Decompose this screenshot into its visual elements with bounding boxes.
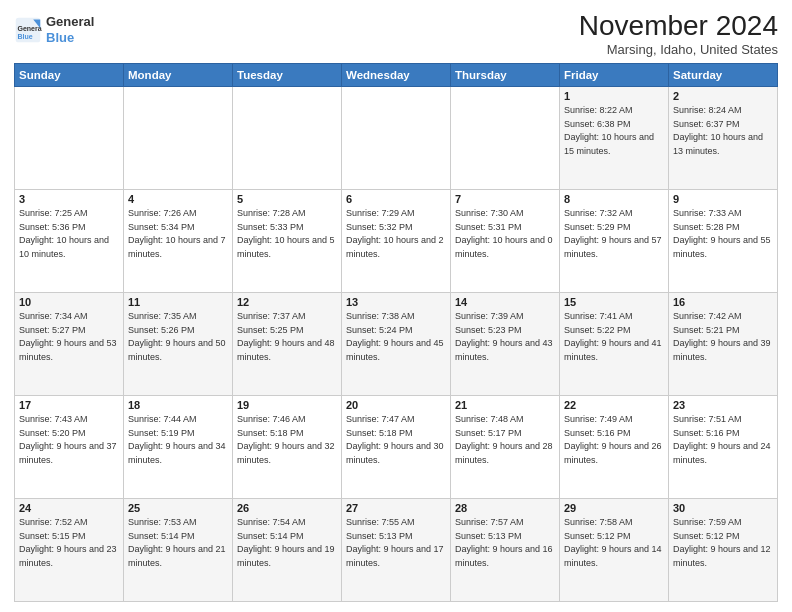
- calendar-cell: 20Sunrise: 7:47 AMSunset: 5:18 PMDayligh…: [342, 396, 451, 499]
- title-block: November 2024 Marsing, Idaho, United Sta…: [579, 10, 778, 57]
- calendar-cell: 19Sunrise: 7:46 AMSunset: 5:18 PMDayligh…: [233, 396, 342, 499]
- day-detail: Sunrise: 7:58 AMSunset: 5:12 PMDaylight:…: [564, 516, 664, 570]
- day-detail: Sunrise: 7:51 AMSunset: 5:16 PMDaylight:…: [673, 413, 773, 467]
- calendar-cell: 3Sunrise: 7:25 AMSunset: 5:36 PMDaylight…: [15, 190, 124, 293]
- weekday-header-row: SundayMondayTuesdayWednesdayThursdayFrid…: [15, 64, 778, 87]
- calendar-cell: 1Sunrise: 8:22 AMSunset: 6:38 PMDaylight…: [560, 87, 669, 190]
- calendar-cell: 27Sunrise: 7:55 AMSunset: 5:13 PMDayligh…: [342, 499, 451, 602]
- day-number: 10: [19, 296, 119, 308]
- calendar-cell: 14Sunrise: 7:39 AMSunset: 5:23 PMDayligh…: [451, 293, 560, 396]
- calendar-cell: 4Sunrise: 7:26 AMSunset: 5:34 PMDaylight…: [124, 190, 233, 293]
- day-detail: Sunrise: 7:38 AMSunset: 5:24 PMDaylight:…: [346, 310, 446, 364]
- day-number: 23: [673, 399, 773, 411]
- day-number: 18: [128, 399, 228, 411]
- weekday-header-friday: Friday: [560, 64, 669, 87]
- day-detail: Sunrise: 7:37 AMSunset: 5:25 PMDaylight:…: [237, 310, 337, 364]
- day-number: 9: [673, 193, 773, 205]
- day-number: 6: [346, 193, 446, 205]
- day-detail: Sunrise: 7:29 AMSunset: 5:32 PMDaylight:…: [346, 207, 446, 261]
- calendar-cell: 13Sunrise: 7:38 AMSunset: 5:24 PMDayligh…: [342, 293, 451, 396]
- day-number: 22: [564, 399, 664, 411]
- day-detail: Sunrise: 7:35 AMSunset: 5:26 PMDaylight:…: [128, 310, 228, 364]
- day-detail: Sunrise: 7:55 AMSunset: 5:13 PMDaylight:…: [346, 516, 446, 570]
- calendar-cell: 5Sunrise: 7:28 AMSunset: 5:33 PMDaylight…: [233, 190, 342, 293]
- day-number: 17: [19, 399, 119, 411]
- weekday-header-thursday: Thursday: [451, 64, 560, 87]
- calendar-cell: 25Sunrise: 7:53 AMSunset: 5:14 PMDayligh…: [124, 499, 233, 602]
- calendar-cell: [15, 87, 124, 190]
- day-number: 27: [346, 502, 446, 514]
- day-detail: Sunrise: 7:52 AMSunset: 5:15 PMDaylight:…: [19, 516, 119, 570]
- day-number: 29: [564, 502, 664, 514]
- weekday-header-wednesday: Wednesday: [342, 64, 451, 87]
- day-number: 3: [19, 193, 119, 205]
- day-detail: Sunrise: 7:34 AMSunset: 5:27 PMDaylight:…: [19, 310, 119, 364]
- calendar-cell: 2Sunrise: 8:24 AMSunset: 6:37 PMDaylight…: [669, 87, 778, 190]
- day-number: 1: [564, 90, 664, 102]
- day-number: 7: [455, 193, 555, 205]
- day-detail: Sunrise: 7:39 AMSunset: 5:23 PMDaylight:…: [455, 310, 555, 364]
- day-detail: Sunrise: 7:59 AMSunset: 5:12 PMDaylight:…: [673, 516, 773, 570]
- day-number: 8: [564, 193, 664, 205]
- day-number: 4: [128, 193, 228, 205]
- day-detail: Sunrise: 7:32 AMSunset: 5:29 PMDaylight:…: [564, 207, 664, 261]
- day-detail: Sunrise: 7:57 AMSunset: 5:13 PMDaylight:…: [455, 516, 555, 570]
- day-detail: Sunrise: 7:42 AMSunset: 5:21 PMDaylight:…: [673, 310, 773, 364]
- weekday-header-saturday: Saturday: [669, 64, 778, 87]
- day-detail: Sunrise: 7:33 AMSunset: 5:28 PMDaylight:…: [673, 207, 773, 261]
- calendar-cell: 6Sunrise: 7:29 AMSunset: 5:32 PMDaylight…: [342, 190, 451, 293]
- month-title: November 2024: [579, 10, 778, 42]
- day-detail: Sunrise: 7:28 AMSunset: 5:33 PMDaylight:…: [237, 207, 337, 261]
- week-row-2: 3Sunrise: 7:25 AMSunset: 5:36 PMDaylight…: [15, 190, 778, 293]
- logo-text-blue: Blue: [46, 30, 94, 46]
- day-number: 30: [673, 502, 773, 514]
- calendar-cell: [451, 87, 560, 190]
- calendar-cell: 18Sunrise: 7:44 AMSunset: 5:19 PMDayligh…: [124, 396, 233, 499]
- weekday-header-tuesday: Tuesday: [233, 64, 342, 87]
- day-number: 12: [237, 296, 337, 308]
- calendar-cell: [342, 87, 451, 190]
- svg-text:General: General: [18, 24, 43, 31]
- calendar-cell: 29Sunrise: 7:58 AMSunset: 5:12 PMDayligh…: [560, 499, 669, 602]
- page: General Blue General Blue November 2024 …: [0, 0, 792, 612]
- calendar-cell: 21Sunrise: 7:48 AMSunset: 5:17 PMDayligh…: [451, 396, 560, 499]
- calendar-cell: 15Sunrise: 7:41 AMSunset: 5:22 PMDayligh…: [560, 293, 669, 396]
- logo-icon: General Blue: [14, 16, 42, 44]
- day-number: 11: [128, 296, 228, 308]
- day-number: 14: [455, 296, 555, 308]
- day-detail: Sunrise: 7:25 AMSunset: 5:36 PMDaylight:…: [19, 207, 119, 261]
- calendar-cell: 30Sunrise: 7:59 AMSunset: 5:12 PMDayligh…: [669, 499, 778, 602]
- day-number: 28: [455, 502, 555, 514]
- day-number: 24: [19, 502, 119, 514]
- calendar-cell: 8Sunrise: 7:32 AMSunset: 5:29 PMDaylight…: [560, 190, 669, 293]
- week-row-4: 17Sunrise: 7:43 AMSunset: 5:20 PMDayligh…: [15, 396, 778, 499]
- calendar-cell: 12Sunrise: 7:37 AMSunset: 5:25 PMDayligh…: [233, 293, 342, 396]
- header: General Blue General Blue November 2024 …: [14, 10, 778, 57]
- calendar-table: SundayMondayTuesdayWednesdayThursdayFrid…: [14, 63, 778, 602]
- calendar-cell: [124, 87, 233, 190]
- day-detail: Sunrise: 7:47 AMSunset: 5:18 PMDaylight:…: [346, 413, 446, 467]
- calendar-cell: 22Sunrise: 7:49 AMSunset: 5:16 PMDayligh…: [560, 396, 669, 499]
- day-detail: Sunrise: 8:22 AMSunset: 6:38 PMDaylight:…: [564, 104, 664, 158]
- day-detail: Sunrise: 7:53 AMSunset: 5:14 PMDaylight:…: [128, 516, 228, 570]
- day-number: 20: [346, 399, 446, 411]
- day-number: 2: [673, 90, 773, 102]
- location-title: Marsing, Idaho, United States: [579, 42, 778, 57]
- day-number: 13: [346, 296, 446, 308]
- day-number: 5: [237, 193, 337, 205]
- calendar-cell: 17Sunrise: 7:43 AMSunset: 5:20 PMDayligh…: [15, 396, 124, 499]
- week-row-5: 24Sunrise: 7:52 AMSunset: 5:15 PMDayligh…: [15, 499, 778, 602]
- day-number: 25: [128, 502, 228, 514]
- calendar-cell: 23Sunrise: 7:51 AMSunset: 5:16 PMDayligh…: [669, 396, 778, 499]
- day-detail: Sunrise: 7:41 AMSunset: 5:22 PMDaylight:…: [564, 310, 664, 364]
- day-detail: Sunrise: 7:49 AMSunset: 5:16 PMDaylight:…: [564, 413, 664, 467]
- logo: General Blue General Blue: [14, 14, 94, 45]
- day-number: 26: [237, 502, 337, 514]
- calendar-cell: 26Sunrise: 7:54 AMSunset: 5:14 PMDayligh…: [233, 499, 342, 602]
- calendar-cell: 10Sunrise: 7:34 AMSunset: 5:27 PMDayligh…: [15, 293, 124, 396]
- day-number: 16: [673, 296, 773, 308]
- week-row-1: 1Sunrise: 8:22 AMSunset: 6:38 PMDaylight…: [15, 87, 778, 190]
- day-detail: Sunrise: 7:44 AMSunset: 5:19 PMDaylight:…: [128, 413, 228, 467]
- weekday-header-monday: Monday: [124, 64, 233, 87]
- day-number: 21: [455, 399, 555, 411]
